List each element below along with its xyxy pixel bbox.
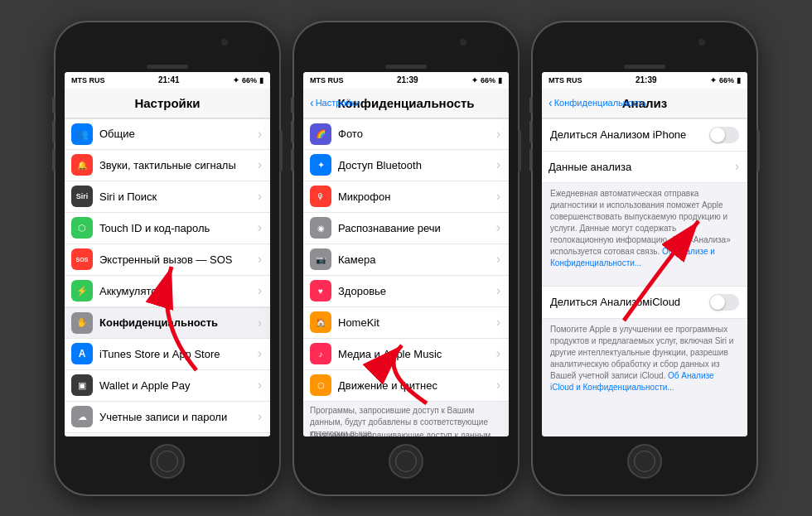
list-item[interactable]: ⚡ Аккумулятор [65,276,270,307]
toggle-icloud[interactable] [709,294,739,311]
phone-2: MTS RUS 21:39 ✦ 66% ▮ ‹ Настройки Конфид… [294,22,518,494]
camera-icon-2 [460,39,466,46]
item-icon: ✋ [71,312,93,334]
item-icon: ⬡ [310,374,331,396]
privacy-footer-1: Программы, запросившие доступ к Вашим да… [303,402,509,427]
list-item[interactable]: 🌈 Фото [303,118,509,150]
list-item[interactable]: ✦ Доступ Bluetooth [303,150,509,181]
back-button-2[interactable]: ‹ Настройки [310,96,360,109]
chevron-icon [258,127,262,142]
item-icon: 🌈 [310,123,331,145]
chevron-icon [258,189,262,204]
list-item[interactable]: SOS Экстренный вызов — SOS [65,244,270,276]
nav-bar-2: ‹ Настройки Конфиденциальность [303,89,509,118]
side-btn-vol-up-2 [291,120,294,143]
item-label: Аккумулятор [99,285,258,297]
home-button-3[interactable] [627,444,662,479]
list-item[interactable]: ☁ Учетные записи и пароли [65,402,270,433]
side-btn-mute [52,97,56,113]
item-label: Siri и Поиск [99,190,258,203]
side-btn-vol-up [52,120,56,143]
item-icon: ⬡ [71,217,93,239]
list-item[interactable]: 🏠 HomeKit [303,307,509,339]
back-chevron-icon-3: ‹ [549,96,553,109]
home-btn-inner-3 [634,451,655,472]
item-icon: ♪ [310,343,331,364]
home-button-2[interactable] [389,444,423,479]
back-label-3: Конфиденциальность [554,98,647,108]
side-btn-vol-down-3 [529,148,533,171]
carrier-3: MTS RUS [549,76,582,84]
item-label: Общие [99,128,258,140]
chevron-icon [496,346,500,361]
toggle-knob-2 [710,295,725,310]
back-button-3[interactable]: ‹ Конфиденциальность [549,96,646,109]
item-icon: 🎙 [310,186,331,207]
chevron-icon [496,283,500,298]
speaker [147,65,188,69]
toggle-knob [710,128,725,142]
item-icon: ⚡ [71,280,93,301]
side-btn-vol-up-3 [529,120,533,143]
phone-bottom-2 [294,436,518,486]
chevron-icon [258,409,262,424]
back-chevron-icon-2: ‹ [310,96,314,109]
list-item[interactable]: ♥ Здоровье [303,276,509,307]
camera-icon [221,39,228,46]
status-right-3: ✦ 66% ▮ [710,76,741,84]
time-3: 21:39 [636,75,657,84]
side-btn-power-3 [756,130,760,171]
list-item[interactable]: Siri Siri и Поиск [65,181,270,213]
battery-3: 66% [719,76,734,84]
list-item[interactable]: ⬡ Touch ID и код-пароль [65,213,270,244]
item-label-privacy: Конфиденциальность [99,316,258,329]
list-item-privacy[interactable]: ✋ Конфиденциальность [65,307,270,339]
chevron-icon [496,127,500,142]
item-label: Камера [338,253,496,266]
time-1: 21:41 [158,75,180,84]
list-item[interactable]: 📷 Камера [303,244,509,276]
side-btn-vol-down [52,148,56,171]
item-label: Движение и фитнес [338,379,496,392]
list-item[interactable]: 🔔 Звуки, тактильные сигналы [65,150,270,181]
analysis-link-2[interactable]: Об Анализе iCloud и Конфиденциальности..… [550,371,714,392]
item-icon: 🏠 [310,311,331,333]
item-label: Микрофон [338,190,496,203]
chevron-icon [496,252,500,267]
phone-bottom-1 [56,436,279,486]
item-label: Распознавание речи [338,222,496,234]
screen-2: MTS RUS 21:39 ✦ 66% ▮ ‹ Настройки Конфид… [303,72,509,436]
chevron-icon [258,316,262,330]
toggle-label-iphone: Делиться Анализом iPhone [550,128,709,141]
screen-1: MTS RUS 21:41 ✦ 66% ▮ Настройки 👥 Общие … [65,72,270,436]
analysis-link-1[interactable]: Об Анализе и Конфиденциальности... [550,247,715,268]
list-item[interactable]: ⬡ Движение и фитнес [303,370,509,402]
home-button-1[interactable] [150,444,185,479]
list-item[interactable]: ◉ Распознавание речи [303,213,509,244]
status-bar-2: MTS RUS 21:39 ✦ 66% ▮ [303,72,509,89]
list-item[interactable]: 👥 Общие [65,118,270,150]
list-item-itunes[interactable]: A iTunes Store и App Store [65,339,270,370]
chevron-icon [496,189,500,204]
item-icon: Siri [71,186,93,207]
chevron-icon [258,157,262,172]
list-item[interactable]: ✉ Почта [65,433,270,436]
analysis-desc-2: Помогите Apple в улучшении ее программны… [542,319,747,400]
bt-icon-3: ✦ [710,76,717,84]
list-item[interactable]: 🎙 Микрофон [303,181,509,213]
toggle-row-icloud[interactable]: Делиться АнализомiCloud [542,286,747,319]
toggle-iphone[interactable] [709,127,739,143]
chevron-icon [496,315,500,330]
phone-3: MTS RUS 21:39 ✦ 66% ▮ ‹ Конфиденциальнос… [533,22,756,494]
list-item[interactable]: ▣ Wallet и Apple Pay [65,370,270,402]
battery-1: 66% [242,76,257,84]
item-label: Экстренный вызов — SOS [99,253,258,266]
item-label-itunes: iTunes Store и App Store [99,348,258,360]
item-label: Доступ Bluetooth [338,159,496,171]
toggle-row-iphone[interactable]: Делиться Анализом iPhone [542,118,747,152]
list-item[interactable]: ♪ Медиа и Apple Music [303,339,509,370]
item-icon: ▣ [71,374,93,396]
phone-top-3 [533,22,756,72]
item-label: Фото [338,128,496,140]
list-item-data[interactable]: Данные анализа [542,152,747,183]
